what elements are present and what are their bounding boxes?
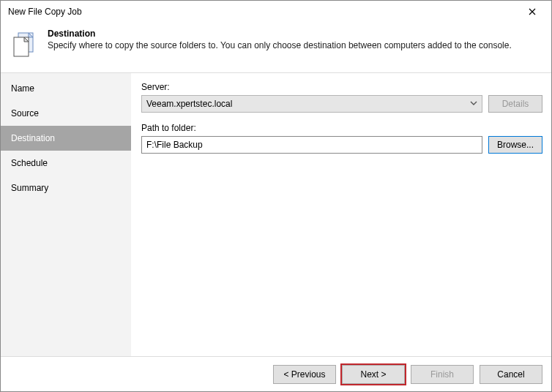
- details-button: Details: [488, 95, 542, 113]
- finish-button: Finish: [411, 365, 474, 384]
- dialog-window: New File Copy Job Destination Specify wh…: [0, 0, 552, 392]
- wizard-header: Destination Specify where to copy the so…: [1, 23, 551, 73]
- wizard-header-subtitle: Specify where to copy the source folders…: [48, 40, 512, 50]
- sidebar-item-destination[interactable]: Destination: [1, 126, 131, 151]
- wizard-content: Server: Veeam.xpertstec.local Details Pa…: [131, 73, 551, 356]
- path-input-value: F:\File Backup: [146, 140, 203, 150]
- server-select-value: Veeam.xpertstec.local: [146, 99, 232, 109]
- previous-button[interactable]: < Previous: [273, 365, 336, 384]
- wizard-body: Name Source Destination Schedule Summary…: [1, 73, 551, 356]
- server-row: Veeam.xpertstec.local Details: [141, 95, 542, 113]
- path-row: F:\File Backup Browse...: [141, 136, 542, 154]
- next-button[interactable]: Next >: [342, 365, 405, 384]
- wizard-header-text: Destination Specify where to copy the so…: [48, 29, 512, 61]
- path-label: Path to folder:: [141, 123, 542, 133]
- wizard-sidebar: Name Source Destination Schedule Summary: [1, 73, 131, 356]
- window-title: New File Copy Job: [8, 7, 518, 17]
- sidebar-item-name[interactable]: Name: [1, 76, 131, 101]
- sidebar-item-source[interactable]: Source: [1, 101, 131, 126]
- sidebar-item-summary[interactable]: Summary: [1, 176, 131, 200]
- close-icon: [529, 5, 536, 18]
- browse-button[interactable]: Browse...: [488, 136, 542, 154]
- chevron-down-icon: [470, 99, 477, 109]
- cancel-button[interactable]: Cancel: [480, 365, 542, 384]
- path-input[interactable]: F:\File Backup: [141, 136, 482, 154]
- titlebar: New File Copy Job: [1, 1, 551, 23]
- wizard-footer: < Previous Next > Finish Cancel: [1, 356, 551, 391]
- wizard-header-title: Destination: [48, 29, 512, 39]
- destination-page-icon: [8, 29, 40, 61]
- sidebar-item-schedule[interactable]: Schedule: [1, 151, 131, 176]
- close-button[interactable]: [518, 1, 547, 22]
- server-label: Server:: [141, 82, 542, 92]
- server-select[interactable]: Veeam.xpertstec.local: [141, 95, 482, 113]
